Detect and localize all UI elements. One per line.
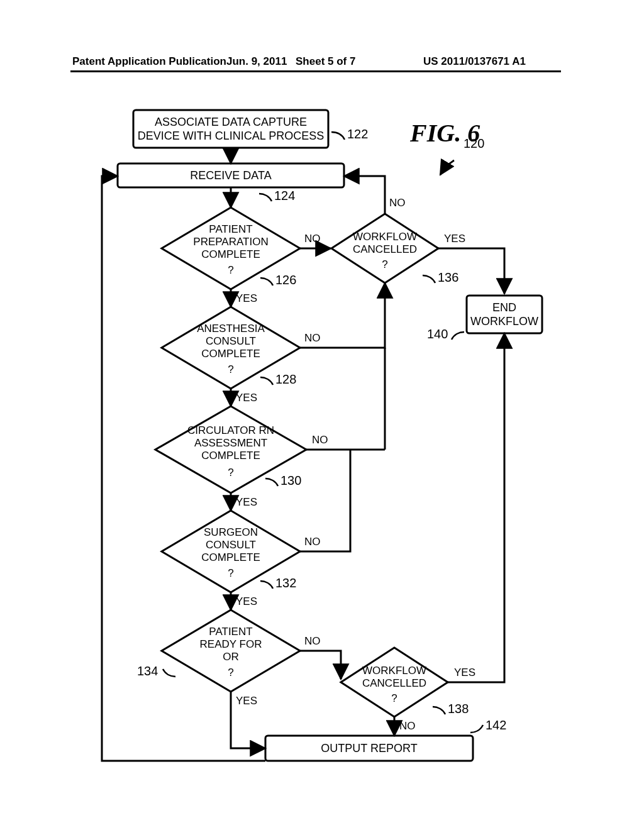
svg-text:WORKFLOW: WORKFLOW (362, 665, 426, 677)
ref-134: 134 (137, 664, 158, 678)
box-124: RECEIVE DATA (118, 163, 344, 187)
svg-text:CONSULT: CONSULT (206, 539, 256, 551)
svg-text:CONSULT: CONSULT (206, 335, 256, 347)
yes-label: YES (236, 292, 257, 304)
svg-text:CIRCULATOR RN: CIRCULATOR RN (187, 424, 274, 436)
svg-text:CANCELLED: CANCELLED (362, 677, 426, 689)
no-label: NO (304, 332, 321, 344)
ref-126: 126 (275, 273, 296, 287)
svg-text:?: ? (382, 258, 387, 270)
yes-label: YES (236, 595, 257, 607)
ref-142: 142 (486, 718, 506, 732)
ref-132: 132 (275, 576, 296, 590)
svg-text:?: ? (228, 467, 233, 479)
svg-text:WORKFLOW: WORKFLOW (470, 315, 538, 328)
svg-text:COMPLETE: COMPLETE (201, 348, 260, 360)
svg-text:RECEIVE DATA: RECEIVE DATA (190, 169, 271, 182)
decision-134: PATIENT READY FOR OR ? (162, 610, 300, 692)
svg-text:?: ? (228, 264, 233, 276)
yes-label: YES (236, 496, 257, 508)
svg-text:COMPLETE: COMPLETE (201, 551, 260, 563)
pub-label: Patent Application Publication (72, 55, 226, 68)
yes-label: YES (454, 667, 475, 678)
date-label: Jun. 9, 2011 (226, 55, 287, 68)
svg-text:PATIENT: PATIENT (209, 626, 252, 638)
header-rule (70, 70, 561, 72)
figure-number: 120 (464, 136, 484, 150)
ref-130: 130 (280, 473, 301, 487)
svg-text:ANESTHESIA: ANESTHESIA (197, 323, 265, 335)
no-label: NO (312, 434, 328, 446)
svg-text:OR: OR (223, 651, 239, 663)
svg-text:COMPLETE: COMPLETE (201, 248, 260, 260)
svg-text:OUTPUT REPORT: OUTPUT REPORT (321, 742, 417, 755)
no-label: NO (389, 197, 406, 209)
ref-140: 140 (427, 327, 448, 341)
ref-128: 128 (275, 372, 296, 386)
svg-text:PATIENT: PATIENT (209, 223, 252, 235)
svg-text:?: ? (228, 363, 233, 375)
page: Patent Application Publication Jun. 9, 2… (0, 0, 644, 830)
svg-text:ASSOCIATE DATA CAPTURE: ASSOCIATE DATA CAPTURE (155, 116, 307, 128)
no-label: NO (399, 720, 416, 732)
svg-text:COMPLETE: COMPLETE (201, 450, 260, 462)
docnum-label: US 2011/0137671 A1 (423, 55, 526, 68)
svg-text:PREPARATION: PREPARATION (193, 236, 268, 248)
svg-text:CANCELLED: CANCELLED (353, 243, 417, 255)
box-142: OUTPUT REPORT (265, 736, 473, 761)
ref-136: 136 (438, 270, 458, 284)
svg-text:WORKFLOW: WORKFLOW (353, 231, 417, 243)
yes-label: YES (236, 695, 257, 707)
ref-138: 138 (448, 702, 469, 716)
yes-label: YES (444, 233, 465, 245)
svg-text:SURGEON: SURGEON (204, 526, 258, 538)
sheet-label: Sheet 5 of 7 (296, 55, 355, 68)
yes-label: YES (236, 392, 257, 404)
no-label: NO (304, 536, 321, 548)
svg-text:?: ? (228, 567, 233, 579)
svg-text:?: ? (391, 692, 397, 704)
decision-136: WORKFLOW CANCELLED ? (331, 214, 438, 283)
decision-138: WORKFLOW CANCELLED ? (341, 648, 448, 717)
ref-124: 124 (274, 189, 295, 202)
svg-text:ASSESSMENT: ASSESSMENT (194, 437, 267, 449)
box-140: END WORKFLOW (467, 296, 542, 333)
box-122: ASSOCIATE DATA CAPTURE DEVICE WITH CLINI… (133, 110, 328, 148)
flowchart: 120 ASSOCIATE DATA CAPTURE DEVICE WITH C… (70, 101, 561, 786)
svg-text:?: ? (228, 667, 233, 678)
svg-text:READY FOR: READY FOR (200, 638, 262, 650)
no-label: NO (304, 635, 321, 647)
ref-122: 122 (347, 127, 368, 141)
svg-text:END: END (492, 301, 516, 314)
no-label: NO (304, 233, 321, 245)
svg-text:DEVICE WITH CLINICAL PROCESS: DEVICE WITH CLINICAL PROCESS (138, 130, 324, 142)
